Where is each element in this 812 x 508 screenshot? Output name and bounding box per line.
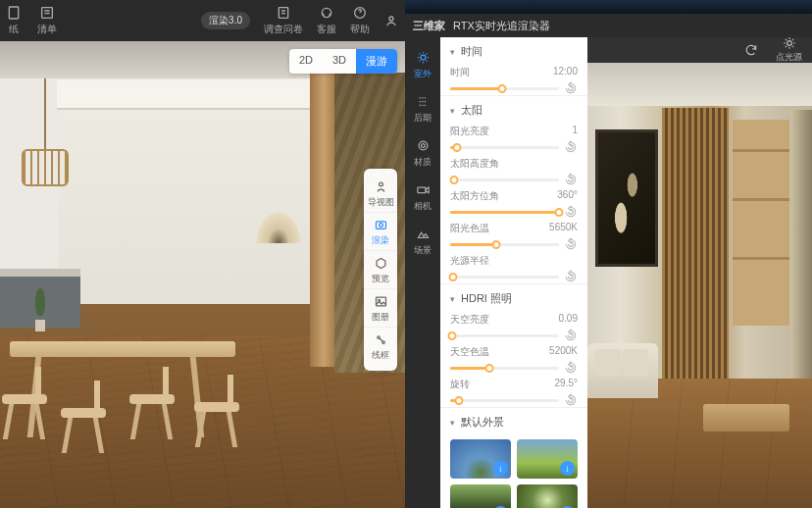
svg-point-14: [419, 141, 428, 150]
light-btn[interactable]: 点光源: [776, 37, 802, 64]
left-design-app: 纸 清单 渲染3.0 调查问卷 客服 帮助: [0, 0, 405, 508]
low-cabinet: [703, 404, 789, 432]
section-env[interactable]: 默认外景: [440, 407, 587, 433]
settings-rail: 室外 后期 材质 相机 场景: [405, 37, 440, 508]
svg-point-5: [389, 17, 393, 21]
chair: [2, 367, 47, 439]
svg-rect-0: [9, 7, 18, 19]
slider-time[interactable]: [450, 87, 559, 90]
slider-sun-altitude[interactable]: [450, 178, 559, 181]
service-btn[interactable]: 客服: [317, 5, 336, 36]
svg-point-12: [381, 341, 384, 344]
left-header: 纸 清单 渲染3.0 调查问卷 客服 帮助: [0, 0, 405, 41]
tool-render[interactable]: 渲染: [364, 213, 397, 251]
rail-outdoor[interactable]: 室外: [405, 43, 440, 87]
slider-sun-brightness[interactable]: [450, 146, 559, 149]
app-title: RTX实时光追渲染器: [453, 19, 550, 33]
rail-scene[interactable]: 场景: [405, 220, 440, 264]
tool-preview[interactable]: 预览: [364, 251, 397, 289]
wood-slat-wall: [662, 108, 729, 379]
svg-rect-9: [376, 297, 385, 306]
download-icon[interactable]: ↓: [560, 461, 575, 476]
reset-icon[interactable]: [564, 393, 578, 407]
section-time[interactable]: 时间: [440, 37, 587, 63]
svg-point-15: [421, 144, 425, 148]
slider-rotation[interactable]: [450, 399, 559, 402]
sofa: [587, 343, 658, 398]
design-3d-viewport[interactable]: 2D 3D 漫游 导视图 渲染 预览 图册 线框: [0, 41, 405, 508]
help-btn[interactable]: 帮助: [350, 5, 370, 36]
version-pill[interactable]: 渲染3.0: [201, 12, 250, 29]
hdri-thumb[interactable]: ↓: [450, 439, 511, 479]
tool-nav[interactable]: 导视图: [364, 175, 397, 213]
right-render-app: 三维家 RTX实时光追渲染器 室外 后期 材质 相机 场景: [405, 0, 812, 508]
chair: [129, 367, 175, 439]
mode-3d[interactable]: 3D: [323, 49, 356, 74]
paper-btn[interactable]: 纸: [6, 5, 22, 36]
rail-camera[interactable]: 相机: [405, 176, 440, 220]
dining-table: [10, 341, 235, 357]
plant-decor: [31, 288, 49, 331]
render-viewport[interactable]: 点光源: [587, 37, 812, 508]
view-mode-toggle: 2D 3D 漫游: [289, 49, 397, 74]
tool-wire[interactable]: 线框: [364, 328, 397, 365]
slider-sun-azimuth[interactable]: [450, 211, 559, 214]
hdri-thumb[interactable]: ↓: [450, 484, 511, 508]
wall-artwork: [595, 129, 658, 267]
mode-roam[interactable]: 漫游: [356, 49, 397, 74]
slider-sun-temp[interactable]: [450, 243, 559, 246]
row-time: 时间12:00: [440, 63, 587, 95]
slider-sky-temp[interactable]: [450, 367, 559, 370]
slider-sun-radius[interactable]: [450, 276, 559, 279]
mode-2d[interactable]: 2D: [289, 49, 323, 74]
svg-rect-16: [417, 187, 425, 193]
svg-point-6: [379, 182, 382, 186]
right-titlebar: 三维家 RTX实时光追渲染器: [405, 14, 812, 37]
hdri-grid: ↓ ↓ ↓ ↓: [440, 433, 587, 508]
brand-logo: 三维家: [413, 19, 445, 33]
reset-icon[interactable]: [564, 361, 578, 375]
chair: [61, 381, 106, 453]
hdri-thumb[interactable]: ↓: [517, 484, 578, 508]
section-hdri[interactable]: HDRI 照明: [440, 283, 587, 310]
list-btn[interactable]: 清单: [37, 5, 57, 36]
rail-material[interactable]: 材质: [405, 131, 440, 176]
rail-post[interactable]: 后期: [405, 87, 440, 131]
reset-icon[interactable]: [564, 270, 578, 283]
render-topbar: 点光源: [587, 37, 812, 63]
right-window-chrome: [405, 0, 812, 14]
reset-icon[interactable]: [564, 81, 578, 95]
slider-sky-brightness[interactable]: [450, 334, 559, 337]
svg-point-13: [421, 55, 426, 60]
reset-icon[interactable]: [564, 237, 578, 251]
pendant-light: [22, 149, 69, 186]
viewport-side-toolbar: 导视图 渲染 预览 图册 线框: [364, 169, 397, 371]
svg-point-17: [787, 41, 791, 46]
tool-image[interactable]: 图册: [364, 289, 397, 328]
user-avatar-icon[interactable]: [383, 13, 399, 28]
chair: [194, 375, 239, 447]
reset-icon[interactable]: [564, 205, 578, 219]
wood-divider: [310, 73, 337, 367]
settings-panel: 时间 时间12:00 太阳 阳光亮度1 太阳高度角 太阳方位角360° 阳光色温…: [440, 37, 587, 508]
reset-icon[interactable]: [564, 173, 578, 186]
download-icon[interactable]: ↓: [493, 461, 508, 476]
hdri-thumb[interactable]: ↓: [517, 439, 578, 479]
inspect-btn[interactable]: 调查问卷: [264, 5, 303, 36]
reset-icon[interactable]: [564, 329, 578, 342]
svg-point-11: [377, 336, 380, 339]
wood-shelf: [733, 120, 789, 326]
svg-rect-7: [376, 222, 385, 229]
refresh-btn[interactable]: [744, 43, 758, 57]
svg-point-8: [379, 224, 382, 228]
section-sun[interactable]: 太阳: [440, 95, 587, 122]
reset-icon[interactable]: [564, 140, 578, 154]
